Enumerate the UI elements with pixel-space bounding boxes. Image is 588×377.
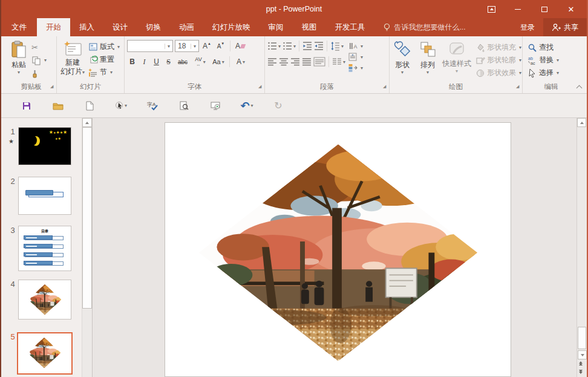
- shadow-button[interactable]: S: [163, 56, 174, 68]
- scrollbar-thumb[interactable]: [578, 327, 586, 349]
- list-bar-graphic: [25, 261, 64, 266]
- italic-button[interactable]: I: [139, 56, 149, 68]
- shapes-button[interactable]: 形状 ▾: [390, 38, 415, 82]
- previous-slide-button[interactable]: [579, 361, 583, 366]
- cut-scissors-icon: ✂: [31, 43, 38, 52]
- select-cursor-icon: [528, 68, 537, 78]
- slide-thumbnail-4[interactable]: [18, 280, 71, 320]
- slide-picture-diamond[interactable]: [195, 141, 481, 364]
- align-text-button[interactable]: [348, 51, 363, 62]
- cut-button[interactable]: ✂: [31, 41, 47, 54]
- numbering-icon: [283, 41, 292, 51]
- sign-in-link[interactable]: 登录: [512, 18, 543, 36]
- font-color-button[interactable]: A: [233, 56, 249, 68]
- save-button[interactable]: [11, 101, 42, 111]
- start-slideshow-button[interactable]: [200, 101, 231, 111]
- drawing-group: 形状 ▾ 排列 ▾ 快速样式: [390, 36, 523, 93]
- tab-home[interactable]: 开始: [37, 18, 70, 36]
- grow-font-button[interactable]: A▲: [201, 40, 213, 52]
- justify-button[interactable]: [302, 56, 312, 68]
- numbering-button[interactable]: [283, 40, 296, 52]
- thumbnail-panel-scrollbar[interactable]: [82, 118, 93, 377]
- copy-button[interactable]: [31, 54, 47, 67]
- text-direction-button[interactable]: A: [348, 41, 363, 51]
- paragraph-dialog-launcher[interactable]: [383, 87, 387, 91]
- align-right-button[interactable]: [290, 56, 300, 68]
- format-painter-button[interactable]: [31, 67, 47, 79]
- reset-button[interactable]: 重置: [88, 53, 120, 66]
- tab-insert[interactable]: 插入: [70, 18, 103, 36]
- tab-design[interactable]: 设计: [103, 18, 137, 36]
- clear-formatting-button[interactable]: A: [234, 40, 247, 52]
- tab-animations[interactable]: 动画: [170, 18, 203, 36]
- spelling-button[interactable]: 字A: [137, 101, 168, 111]
- align-left-button[interactable]: [267, 56, 277, 68]
- underline-button[interactable]: U: [151, 56, 162, 68]
- clipboard-dialog-launcher[interactable]: [50, 87, 54, 91]
- slide-thumbnail-1[interactable]: ★★★★★★★: [18, 127, 71, 165]
- layout-button[interactable]: 版式: [88, 41, 120, 53]
- section-button[interactable]: 节: [88, 66, 120, 79]
- paste-dropdown-caret[interactable]: ▾: [18, 70, 20, 75]
- undo-button[interactable]: ↶▾: [231, 100, 263, 111]
- redo-button[interactable]: ↻: [263, 101, 294, 111]
- tab-slideshow[interactable]: 幻灯片放映: [203, 18, 260, 36]
- select-button[interactable]: 选择: [528, 67, 580, 79]
- slide-canvas[interactable]: [165, 122, 511, 377]
- vertical-scrollbar[interactable]: [577, 118, 587, 377]
- new-slide-button[interactable]: 新建幻灯片▾: [57, 38, 88, 82]
- tab-file[interactable]: 文件: [1, 18, 37, 36]
- line-spacing-button[interactable]: [330, 40, 344, 52]
- close-button[interactable]: ✕: [558, 0, 584, 18]
- maximize-button[interactable]: [531, 0, 558, 18]
- align-center-button[interactable]: [279, 56, 289, 68]
- bullets-button[interactable]: [267, 40, 281, 52]
- share-button[interactable]: 共享: [543, 18, 587, 36]
- next-slide-button[interactable]: [579, 370, 583, 374]
- print-preview-button[interactable]: [168, 101, 200, 111]
- ribbon-display-options-button[interactable]: [478, 0, 505, 18]
- scroll-up-button[interactable]: [577, 118, 586, 127]
- collapse-ribbon-button[interactable]: [577, 85, 582, 88]
- tab-transitions[interactable]: 切换: [137, 18, 170, 36]
- scroll-down-button[interactable]: [578, 350, 587, 359]
- svg-text:A: A: [152, 102, 156, 107]
- convert-smartart-button[interactable]: [348, 62, 363, 73]
- shrink-font-button[interactable]: A▼: [215, 40, 227, 52]
- panel-scroll-up-button[interactable]: [82, 118, 92, 127]
- font-size-combo[interactable]: 18▾: [175, 40, 199, 52]
- replace-button[interactable]: abac 替换: [528, 54, 580, 67]
- drawing-dialog-launcher[interactable]: [516, 87, 520, 91]
- slide-thumbnail-3[interactable]: 目录: [18, 226, 71, 271]
- new-document-button[interactable]: [74, 101, 105, 111]
- quick-styles-button[interactable]: 快速样式 ▾: [440, 38, 473, 82]
- font-dialog-launcher[interactable]: [258, 87, 263, 91]
- touch-mouse-mode-button[interactable]: ▾: [105, 101, 137, 111]
- slide-thumbnail-2[interactable]: [18, 177, 71, 215]
- open-folder-icon: [53, 102, 64, 110]
- bold-button[interactable]: B: [127, 56, 137, 68]
- tab-developer[interactable]: 开发工具: [326, 18, 374, 36]
- slide-thumbnail-5-selected[interactable]: [17, 332, 73, 375]
- change-case-button[interactable]: Aa: [211, 56, 226, 68]
- tab-review[interactable]: 审阅: [260, 18, 293, 36]
- character-spacing-button[interactable]: AV↔: [192, 56, 209, 68]
- shape-effects-button[interactable]: 形状效果: [475, 67, 521, 79]
- paste-button[interactable]: 粘贴 ▾: [6, 38, 31, 82]
- tab-view[interactable]: 视图: [293, 18, 326, 36]
- decrease-indent-button[interactable]: [302, 40, 312, 52]
- minimize-button[interactable]: [505, 0, 531, 18]
- distribute-text-button[interactable]: [313, 56, 325, 68]
- arrange-button[interactable]: 排列 ▾: [415, 38, 440, 82]
- font-name-combo[interactable]: ▾: [127, 40, 173, 52]
- tell-me-search[interactable]: 告诉我您想要做什么...: [383, 18, 466, 36]
- shape-outline-button[interactable]: 形状轮廓: [475, 54, 521, 67]
- find-button[interactable]: 查找: [528, 41, 580, 54]
- strikethrough-button[interactable]: abc: [175, 56, 190, 68]
- increase-indent-button[interactable]: [314, 40, 324, 52]
- shape-fill-button[interactable]: 形状填充: [475, 41, 521, 54]
- clipboard-group-label: 剪贴板: [21, 83, 42, 90]
- open-button[interactable]: [42, 102, 74, 110]
- panel-scrollbar-thumb[interactable]: [82, 127, 92, 309]
- columns-button[interactable]: [332, 56, 345, 68]
